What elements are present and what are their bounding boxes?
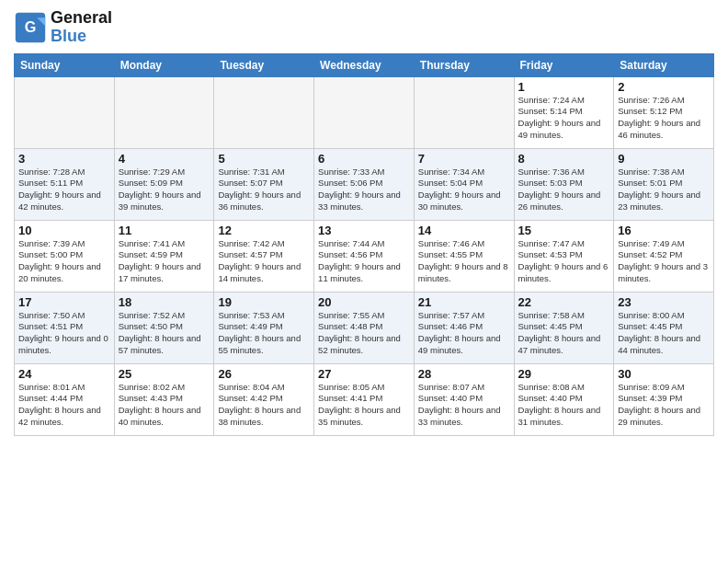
calendar-cell: 12Sunrise: 7:42 AMSunset: 4:57 PMDayligh… [214,220,314,292]
calendar-cell: 27Sunrise: 8:05 AMSunset: 4:41 PMDayligh… [314,363,415,435]
calendar-cell: 16Sunrise: 7:49 AMSunset: 4:52 PMDayligh… [614,220,714,292]
calendar: SundayMondayTuesdayWednesdayThursdayFrid… [14,53,714,436]
calendar-cell: 17Sunrise: 7:50 AMSunset: 4:51 PMDayligh… [15,292,115,363]
calendar-cell: 13Sunrise: 7:44 AMSunset: 4:56 PMDayligh… [314,220,415,292]
calendar-cell: 10Sunrise: 7:39 AMSunset: 5:00 PMDayligh… [15,220,115,292]
logo-blue: Blue [51,27,86,45]
calendar-cell: 20Sunrise: 7:55 AMSunset: 4:48 PMDayligh… [314,292,415,363]
calendar-cell: 21Sunrise: 7:57 AMSunset: 4:46 PMDayligh… [414,292,514,363]
logo-general: General [51,8,112,27]
calendar-cell: 7Sunrise: 7:34 AMSunset: 5:04 PMDaylight… [414,148,514,220]
calendar-cell: 14Sunrise: 7:46 AMSunset: 4:55 PMDayligh… [414,220,514,292]
calendar-cell: 9Sunrise: 7:38 AMSunset: 5:01 PMDaylight… [614,148,714,220]
svg-text:G: G [25,18,37,35]
weekday-header: Tuesday [214,53,314,76]
calendar-cell: 3Sunrise: 7:28 AMSunset: 5:11 PMDaylight… [15,148,115,220]
calendar-cell [15,76,115,148]
calendar-cell [214,76,314,148]
weekday-header: Sunday [15,53,115,76]
weekday-header: Friday [514,53,614,76]
calendar-cell: 4Sunrise: 7:29 AMSunset: 5:09 PMDaylight… [114,148,214,220]
logo: G General Blue [14,9,112,46]
calendar-cell: 23Sunrise: 8:00 AMSunset: 4:45 PMDayligh… [614,292,714,363]
calendar-cell: 22Sunrise: 7:58 AMSunset: 4:45 PMDayligh… [514,292,614,363]
calendar-cell: 30Sunrise: 8:09 AMSunset: 4:39 PMDayligh… [614,363,714,435]
calendar-cell: 25Sunrise: 8:02 AMSunset: 4:43 PMDayligh… [114,363,214,435]
weekday-header: Saturday [614,53,714,76]
calendar-cell: 28Sunrise: 8:07 AMSunset: 4:40 PMDayligh… [414,363,514,435]
weekday-header: Thursday [414,53,514,76]
calendar-cell: 18Sunrise: 7:52 AMSunset: 4:50 PMDayligh… [114,292,214,363]
calendar-cell: 5Sunrise: 7:31 AMSunset: 5:07 PMDaylight… [214,148,314,220]
calendar-cell: 26Sunrise: 8:04 AMSunset: 4:42 PMDayligh… [214,363,314,435]
calendar-cell: 29Sunrise: 8:08 AMSunset: 4:40 PMDayligh… [514,363,614,435]
calendar-cell: 2Sunrise: 7:26 AMSunset: 5:12 PMDaylight… [614,76,714,148]
calendar-cell: 15Sunrise: 7:47 AMSunset: 4:53 PMDayligh… [514,220,614,292]
calendar-cell: 11Sunrise: 7:41 AMSunset: 4:59 PMDayligh… [114,220,214,292]
weekday-header: Monday [114,53,214,76]
calendar-cell [114,76,214,148]
logo-icon: G [14,11,47,44]
calendar-cell: 1Sunrise: 7:24 AMSunset: 5:14 PMDaylight… [514,76,614,148]
calendar-cell: 19Sunrise: 7:53 AMSunset: 4:49 PMDayligh… [214,292,314,363]
calendar-cell [414,76,514,148]
calendar-cell [314,76,415,148]
calendar-cell: 8Sunrise: 7:36 AMSunset: 5:03 PMDaylight… [514,148,614,220]
calendar-cell: 24Sunrise: 8:01 AMSunset: 4:44 PMDayligh… [15,363,115,435]
calendar-cell: 6Sunrise: 7:33 AMSunset: 5:06 PMDaylight… [314,148,415,220]
weekday-header: Wednesday [314,53,415,76]
